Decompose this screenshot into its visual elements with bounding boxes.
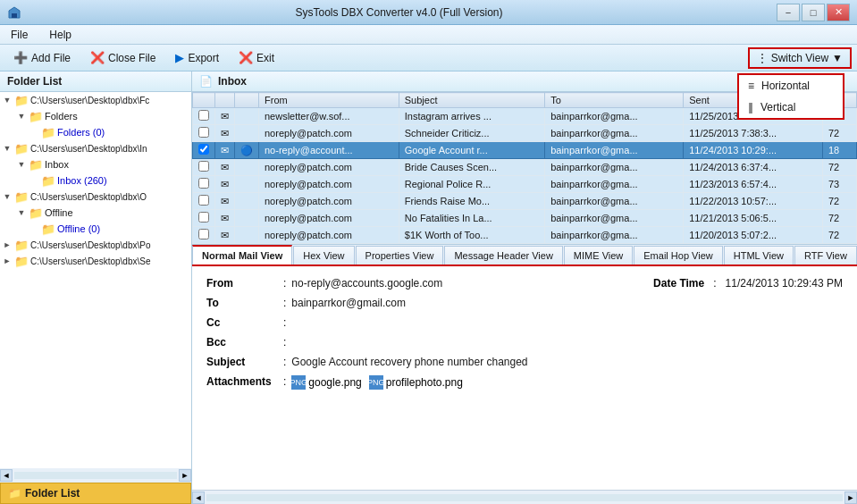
toolbar: ➕ Add File ❌ Close File ▶ Export ❌ Exit … bbox=[0, 45, 857, 71]
inbox-title: Inbox bbox=[218, 75, 247, 88]
folder-icon: 📁 bbox=[14, 190, 29, 203]
maximize-button[interactable]: □ bbox=[802, 4, 825, 21]
row-sent: 11/25/2013 7:38:3... bbox=[684, 125, 823, 142]
row-check[interactable] bbox=[193, 210, 215, 227]
view-tab-mime-view[interactable]: MIME View bbox=[564, 246, 633, 265]
row-to: bainparrkor@gma... bbox=[545, 176, 684, 193]
exit-button[interactable]: ❌ Exit bbox=[231, 47, 282, 68]
email-row[interactable]: ✉ noreply@patch.com $1K Worth of Too... … bbox=[193, 227, 857, 244]
tree-label: Folders bbox=[45, 111, 78, 122]
tree-item-o[interactable]: ▼ 📁 C:\Users\user\Desktop\dbx\O bbox=[0, 189, 191, 205]
row-re: 72 bbox=[822, 210, 856, 227]
to-label: To bbox=[206, 297, 278, 309]
folder-icon: 📁 bbox=[14, 142, 29, 155]
row-check[interactable] bbox=[193, 108, 215, 125]
attachment-item[interactable]: PNGprofilephoto.png bbox=[369, 375, 463, 390]
detail-attachments-row: Attachments : PNGgoogle.pngPNGprofilepho… bbox=[206, 372, 843, 393]
tree-item-in[interactable]: ▼ 📁 C:\Users\user\Desktop\dbx\In bbox=[0, 140, 191, 156]
minimize-button[interactable]: − bbox=[777, 4, 800, 21]
tree-item-inbox[interactable]: ▼ 📁 Inbox bbox=[0, 156, 191, 172]
email-row[interactable]: ✉ noreply@patch.com Friends Raise Mo... … bbox=[193, 193, 857, 210]
folder-icon: 📁 bbox=[14, 255, 29, 267]
bottom-scroll-left[interactable]: ◄ bbox=[192, 491, 205, 504]
horizontal-option[interactable]: ≡ Horizontal bbox=[739, 75, 843, 97]
menu-help[interactable]: Help bbox=[46, 27, 75, 43]
row-check[interactable] bbox=[193, 142, 215, 159]
email-row[interactable]: ✉ noreply@patch.com Bride Causes Scen...… bbox=[193, 159, 857, 176]
menu-file[interactable]: File bbox=[7, 27, 31, 43]
close-file-button[interactable]: ❌ Close File bbox=[82, 47, 164, 68]
tree-item-fc[interactable]: ▼ 📁 C:\Users\user\Desktop\dbx\Fc bbox=[0, 92, 191, 108]
tree-item-offline-0[interactable]: 📁 Offline (0) bbox=[0, 221, 191, 237]
bottom-scroll-right[interactable]: ► bbox=[844, 491, 857, 504]
folder-icon: 📁 bbox=[29, 110, 43, 122]
add-file-button[interactable]: ➕ Add File bbox=[5, 47, 79, 68]
col-check bbox=[193, 93, 215, 108]
email-row[interactable]: ✉ noreply@patch.com No Fatalities In La.… bbox=[193, 210, 857, 227]
row-subject: Instagram arrives ... bbox=[399, 108, 544, 125]
export-button[interactable]: ▶ Export bbox=[167, 47, 227, 68]
view-tab-html-view[interactable]: HTML View bbox=[724, 246, 794, 265]
row-check[interactable] bbox=[193, 125, 215, 142]
scroll-right-button[interactable]: ► bbox=[179, 469, 191, 482]
row-check[interactable] bbox=[193, 159, 215, 176]
email-row[interactable]: ✉ 🔵 no-reply@account... Google Account r… bbox=[193, 142, 857, 159]
row-from: noreply@patch.com bbox=[259, 227, 399, 244]
attachment-name: google.png bbox=[308, 376, 361, 389]
view-tab-rtf-view[interactable]: RTF View bbox=[794, 246, 857, 265]
attachment-item[interactable]: PNGgoogle.png bbox=[291, 375, 361, 390]
view-tab-properties-view[interactable]: Properties View bbox=[356, 246, 444, 265]
row-sent: 11/21/2013 5:06:5... bbox=[684, 210, 823, 227]
attachments-label: Attachments bbox=[206, 375, 278, 388]
tree-item-po[interactable]: ► 📁 C:\Users\user\Desktop\dbx\Po bbox=[0, 237, 191, 253]
inbox-folder-icon: 📄 bbox=[199, 75, 213, 88]
tree-item-inbox-260[interactable]: 📁 Inbox (260) bbox=[0, 172, 191, 189]
folder-icon: 📁 bbox=[41, 174, 55, 187]
view-tab-message-header-view[interactable]: Message Header View bbox=[444, 246, 562, 265]
close-button[interactable]: ✕ bbox=[827, 4, 850, 21]
view-tab-normal-mail-view[interactable]: Normal Mail View bbox=[192, 245, 292, 265]
switch-view-button[interactable]: ⋮ Switch View ▼ bbox=[748, 47, 852, 69]
tree-item-se[interactable]: ► 📁 C:\Users\user\Desktop\dbx\Se bbox=[0, 253, 191, 269]
from-label: From bbox=[206, 277, 278, 290]
row-to: bainparrkor@gma... bbox=[545, 108, 684, 125]
col-from[interactable]: From bbox=[259, 93, 399, 108]
tree-arrow: ► bbox=[2, 240, 13, 249]
row-check[interactable] bbox=[193, 227, 215, 244]
tree-item-offline[interactable]: ▼ 📁 Offline bbox=[0, 205, 191, 221]
window-title: SysTools DBX Converter v4.0 (Full Versio… bbox=[21, 6, 777, 19]
col-to[interactable]: To bbox=[545, 93, 684, 108]
tree-label: Inbox bbox=[45, 159, 69, 170]
row-check[interactable] bbox=[193, 193, 215, 210]
tree-label: C:\Users\user\Desktop\dbx\Se bbox=[30, 256, 151, 266]
attachment-name: profilephoto.png bbox=[386, 376, 463, 389]
email-detail: From : no-reply@accounts.google.com Date… bbox=[192, 266, 857, 490]
folder-list-tab[interactable]: 📁 Folder List bbox=[0, 483, 191, 504]
tree-arrow bbox=[29, 128, 39, 137]
attachment-icon: PNG bbox=[291, 375, 306, 390]
view-tab-email-hop-view[interactable]: Email Hop View bbox=[634, 246, 722, 265]
row-from: noreply@patch.com bbox=[259, 159, 399, 176]
view-tab-hex-view[interactable]: Hex View bbox=[293, 246, 354, 265]
email-row[interactable]: ✉ noreply@patch.com Regional Police R...… bbox=[193, 176, 857, 193]
bottom-scrollbar[interactable]: ◄ ► bbox=[192, 490, 857, 504]
scroll-left-button[interactable]: ◄ bbox=[0, 469, 13, 482]
sidebar-hscroll[interactable]: ◄ ► bbox=[0, 468, 191, 483]
email-row[interactable]: ✉ noreply@patch.com Schneider Criticiz..… bbox=[193, 125, 857, 142]
folder-icon: 📁 bbox=[29, 158, 43, 171]
bcc-label: Bcc bbox=[206, 336, 278, 349]
col-subject[interactable]: Subject bbox=[399, 93, 544, 108]
row-check[interactable] bbox=[193, 176, 215, 193]
tree-item-folders-0[interactable]: 📁 Folders (0) bbox=[0, 124, 191, 140]
col-envelope bbox=[215, 93, 235, 108]
vertical-option[interactable]: ‖ Vertical bbox=[739, 97, 843, 118]
row-re: 18 bbox=[822, 142, 856, 159]
detail-to-row: To : bainparrkor@gmail.com bbox=[206, 293, 843, 313]
row-to: bainparrkor@gma... bbox=[545, 210, 684, 227]
tree-item-folders[interactable]: ▼ 📁 Folders bbox=[0, 108, 191, 124]
row-sent: 11/20/2013 5:07:2... bbox=[684, 227, 823, 244]
row-envelope: ✉ bbox=[215, 176, 235, 193]
detail-bcc-row: Bcc : bbox=[206, 332, 843, 352]
row-envelope: ✉ bbox=[215, 108, 235, 125]
folder-icon: 📁 bbox=[41, 126, 55, 139]
